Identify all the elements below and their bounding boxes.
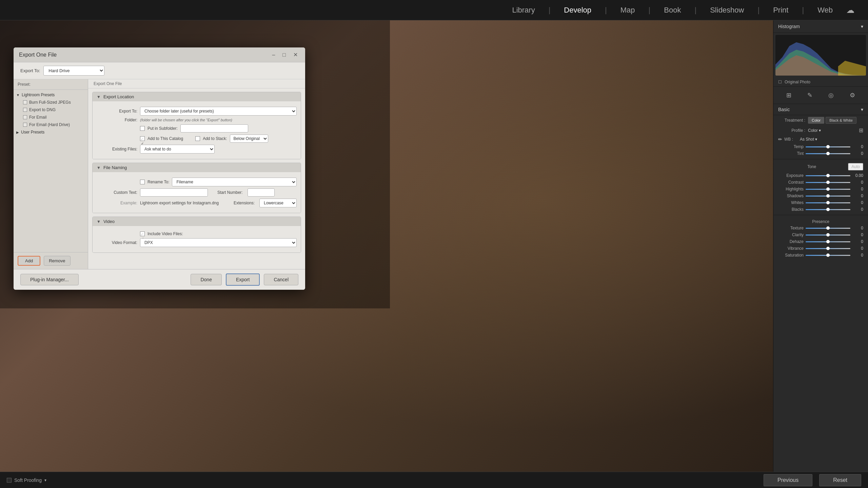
wb-select[interactable]: As Shot ▾ bbox=[800, 137, 817, 142]
dialog-maximize-button[interactable]: □ bbox=[280, 51, 288, 59]
lightroom-presets-group[interactable]: ▼ Lightroom Presets bbox=[14, 91, 88, 99]
wb-pencil-icon[interactable]: ✏ bbox=[778, 137, 782, 142]
subfolder-input[interactable] bbox=[180, 124, 248, 133]
color-treatment-button[interactable]: Color bbox=[808, 117, 824, 124]
dialog-minimize-button[interactable]: – bbox=[270, 51, 277, 59]
tint-track[interactable] bbox=[806, 153, 850, 154]
remove-preset-button[interactable]: Remove bbox=[44, 256, 70, 266]
tint-thumb[interactable] bbox=[826, 152, 830, 155]
blacks-value: 0 bbox=[852, 207, 863, 212]
nav-slideshow[interactable]: Slideshow bbox=[707, 4, 747, 17]
preset-burn-jpegs[interactable]: Burn Full-Sized JPEGs bbox=[14, 99, 88, 106]
whites-track[interactable] bbox=[806, 202, 850, 203]
blacks-thumb[interactable] bbox=[826, 208, 830, 211]
nav-develop[interactable]: Develop bbox=[560, 4, 595, 17]
blacks-track[interactable] bbox=[806, 209, 850, 210]
video-title-bar[interactable]: ▼ Video bbox=[93, 217, 301, 226]
preset-checkbox[interactable] bbox=[23, 115, 27, 119]
existing-files-select[interactable]: Ask what to do Choose a new name for the… bbox=[140, 145, 215, 154]
custom-text-input[interactable] bbox=[140, 188, 208, 197]
nav-book[interactable]: Book bbox=[660, 4, 684, 17]
temp-slider-row: Temp 0 bbox=[773, 143, 868, 150]
preset-for-email-harddrive[interactable]: For Email (Hard Drive) bbox=[14, 121, 88, 128]
profile-select[interactable]: Color ▾ bbox=[808, 128, 821, 133]
preset-for-email[interactable]: For Email bbox=[14, 114, 88, 121]
crop-icon[interactable]: ⊞ bbox=[785, 90, 793, 100]
preset-checkbox[interactable] bbox=[23, 123, 27, 127]
contrast-thumb[interactable] bbox=[826, 181, 830, 184]
saturation-track[interactable] bbox=[806, 255, 850, 256]
clarity-track[interactable] bbox=[806, 235, 850, 236]
done-button[interactable]: Done bbox=[191, 274, 221, 285]
profile-grid-icon[interactable]: ⊞ bbox=[859, 127, 863, 134]
preset-checkbox[interactable] bbox=[23, 108, 27, 112]
texture-track[interactable] bbox=[806, 228, 850, 229]
contrast-track[interactable] bbox=[806, 182, 850, 183]
bw-treatment-button[interactable]: Black & White bbox=[826, 117, 856, 124]
vibrance-track[interactable] bbox=[806, 248, 850, 249]
previous-button[interactable]: Previous bbox=[764, 474, 812, 486]
highlights-thumb[interactable] bbox=[826, 187, 830, 191]
dialog-close-button[interactable]: ✕ bbox=[291, 51, 300, 59]
shadows-thumb[interactable] bbox=[826, 194, 830, 198]
saturation-thumb[interactable] bbox=[826, 253, 830, 257]
file-naming-title-bar[interactable]: ▼ File Naming bbox=[93, 163, 301, 172]
reset-button[interactable]: Reset bbox=[819, 474, 861, 486]
nav-print[interactable]: Print bbox=[770, 4, 792, 17]
wb-row: ✏ WB : As Shot ▾ bbox=[773, 135, 868, 143]
presets-panel: Preset: ▼ Lightroom Presets Burn Full-Si… bbox=[14, 79, 88, 269]
below-original-select[interactable]: Below Original Above Original bbox=[230, 135, 268, 143]
filename-select[interactable]: Filename Custom Name Date - Filename bbox=[172, 178, 297, 186]
group-label: User Presets bbox=[21, 130, 44, 135]
group-arrow-icon: ▶ bbox=[16, 130, 19, 134]
nav-library[interactable]: Library bbox=[509, 4, 538, 17]
add-to-catalog-checkbox[interactable]: ✓ bbox=[140, 136, 145, 141]
original-photo-checkbox[interactable]: ☐ bbox=[778, 80, 782, 84]
rename-to-checkbox[interactable] bbox=[140, 180, 145, 184]
export-location-title-bar[interactable]: ▼ Export Location bbox=[93, 92, 301, 101]
include-video-checkbox[interactable]: ✓ bbox=[140, 231, 145, 236]
vibrance-thumb[interactable] bbox=[826, 247, 830, 250]
highlights-track[interactable] bbox=[806, 189, 850, 190]
dehaze-thumb[interactable] bbox=[826, 240, 830, 243]
clarity-thumb[interactable] bbox=[826, 233, 830, 237]
extensions-select[interactable]: Lowercase Uppercase bbox=[259, 199, 297, 207]
nav-web[interactable]: Web bbox=[814, 4, 836, 17]
shadows-label: Shadows bbox=[778, 194, 804, 198]
add-preset-button[interactable]: Add bbox=[18, 256, 40, 266]
histogram-expand-icon[interactable]: ▾ bbox=[861, 24, 863, 29]
dehaze-track[interactable] bbox=[806, 241, 850, 242]
soft-proofing-checkbox[interactable] bbox=[7, 478, 12, 483]
user-presets-group[interactable]: ▶ User Presets bbox=[14, 128, 88, 136]
plugin-manager-button[interactable]: Plug-in Manager... bbox=[20, 274, 79, 285]
nav-map[interactable]: Map bbox=[617, 4, 638, 17]
basic-expand-icon[interactable]: ▾ bbox=[861, 107, 863, 112]
dialog-footer: Plug-in Manager... Done Export Cancel bbox=[14, 269, 305, 290]
exposure-label: Exposure bbox=[778, 173, 804, 178]
subfolder-row: Put in Subfolder: bbox=[97, 124, 297, 133]
red-eye-icon[interactable]: ◎ bbox=[827, 90, 835, 100]
subfolder-checkbox[interactable] bbox=[140, 126, 145, 131]
graduated-filter-icon[interactable]: ⚙ bbox=[848, 90, 856, 100]
cancel-button[interactable]: Cancel bbox=[264, 274, 298, 285]
preset-checkbox[interactable] bbox=[23, 100, 27, 104]
exposure-thumb[interactable] bbox=[826, 174, 830, 177]
blacks-label: Blacks bbox=[778, 207, 804, 212]
cloud-icon[interactable]: ☁ bbox=[846, 5, 854, 15]
temp-thumb[interactable] bbox=[826, 145, 830, 148]
exposure-track[interactable] bbox=[806, 175, 850, 176]
preset-export-dng[interactable]: Export to DNG bbox=[14, 106, 88, 114]
temp-track[interactable] bbox=[806, 146, 850, 147]
whites-thumb[interactable] bbox=[826, 201, 830, 204]
export-to-select[interactable]: Hard Drive Email CD/DVD bbox=[43, 66, 104, 76]
export-button[interactable]: Export bbox=[226, 273, 260, 286]
video-format-select[interactable]: DPX H.264 bbox=[140, 238, 297, 247]
start-number-input[interactable] bbox=[248, 188, 275, 197]
add-to-stack-checkbox[interactable] bbox=[195, 136, 200, 141]
auto-button[interactable]: Auto bbox=[848, 163, 863, 170]
spot-heal-icon[interactable]: ✎ bbox=[806, 90, 814, 100]
soft-proofing-expand-icon[interactable]: ▾ bbox=[44, 478, 46, 483]
texture-thumb[interactable] bbox=[826, 226, 830, 230]
export-location-to-select[interactable]: Choose folder later (useful for presets)… bbox=[140, 107, 297, 116]
shadows-track[interactable] bbox=[806, 196, 850, 197]
